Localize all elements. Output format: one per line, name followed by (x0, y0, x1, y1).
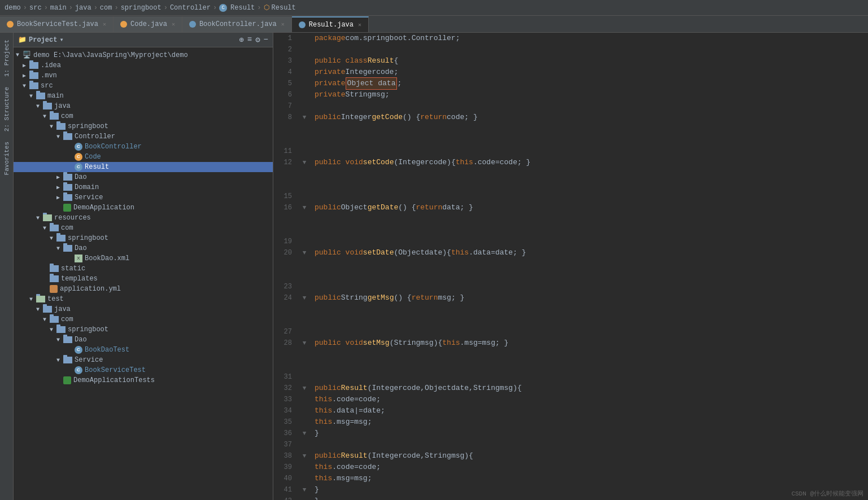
editor: 1234567811121516192023242728313233343536… (273, 33, 868, 500)
tree-test-com[interactable]: ▼ com (14, 314, 273, 324)
watermark: CSDN @什么时候能变强网 (791, 489, 863, 498)
project-title: 📁 Project ▾ (18, 36, 64, 44)
tree-static[interactable]: static (14, 264, 273, 274)
code-area[interactable]: 1234567811121516192023242728313233343536… (273, 33, 868, 500)
code-line-6: private String msg; (315, 89, 868, 100)
folder-icon-resources (43, 214, 52, 221)
locate-icon[interactable]: ⊕ (239, 35, 243, 45)
tree-idea[interactable]: ▶ .idea (14, 60, 273, 71)
tree-bookdaotest[interactable]: C BookDaoTest (14, 345, 273, 355)
tree-resources[interactable]: ▼ resources (14, 213, 273, 223)
tree-controller[interactable]: ▼ Controller (14, 131, 273, 142)
minimize-icon[interactable]: − (264, 35, 268, 45)
code-line-38: public Result(Integer code, String msg) … (315, 450, 868, 462)
tree-main[interactable]: ▼ main (14, 91, 273, 101)
code-line-20: public void setDate(Object date) { this.… (315, 247, 868, 258)
code-line-33: this.code = code; (315, 394, 868, 405)
folder-icon-test-com (50, 316, 59, 323)
yaml-icon (50, 285, 58, 293)
code-line-1: package com.springboot.Controller; (315, 33, 868, 44)
folder-icon-src (29, 82, 38, 89)
code-line-21 (315, 258, 868, 270)
code-line-25 (315, 304, 868, 315)
folder-icon-domain (63, 184, 72, 191)
java-icon-bookdaotest: C (75, 346, 82, 354)
tree-domain[interactable]: ▶ Domain (14, 182, 273, 192)
side-tabs: 1: Project 2: Structure Favorites (0, 33, 14, 500)
tree-dao[interactable]: ▶ Dao (14, 172, 273, 182)
tree-result[interactable]: C Result (14, 162, 273, 172)
tab-result[interactable]: Result.java ✕ (292, 16, 369, 32)
settings-icon[interactable]: ⚙ (255, 35, 260, 45)
tree-test-java[interactable]: ▼ java (14, 304, 273, 314)
code-line-22 (315, 270, 868, 281)
code-line-7 (315, 100, 868, 112)
tree-bookservicetest[interactable]: C BookServiceTest (14, 365, 273, 375)
folder-icon-java (43, 103, 52, 109)
tree-demoapplication[interactable]: DemoApplication (14, 203, 273, 213)
tree-resources-dao[interactable]: ▼ Dao (14, 243, 273, 253)
code-line-5: private Object data; (315, 78, 868, 89)
tree-code[interactable]: C Code (14, 152, 273, 162)
tab-code[interactable]: Code.java ✕ (114, 16, 182, 32)
folder-icon-resources-dao (63, 245, 72, 252)
code-line-16: public Object getDate() { return data; } (315, 202, 868, 213)
tree-service[interactable]: ▶ Service (14, 192, 273, 203)
tree-src[interactable]: ▼ src (14, 81, 273, 91)
code-line-36: } (315, 428, 868, 439)
collapse-icon[interactable]: ≡ (247, 35, 252, 45)
code-line-26 (315, 315, 868, 326)
tree-resources-springboot[interactable]: ▼ springboot (14, 233, 273, 243)
tab-bookservicetest[interactable]: BookServiceTest.java ✕ (0, 16, 114, 32)
tree-resources-com[interactable]: ▼ com (14, 223, 273, 233)
code-line-4: private Integer code; (315, 67, 868, 78)
side-tab-1-project[interactable]: 1: Project (1, 35, 12, 81)
tree-test-springboot[interactable]: ▼ springboot (14, 324, 273, 335)
tree-application-yml[interactable]: application.yml (14, 284, 273, 294)
folder-icon-test-service (63, 357, 72, 363)
code-line-31 (315, 371, 868, 383)
tree-bookcontroller[interactable]: C BookController (14, 142, 273, 152)
project-panel: 📁 Project ▾ ⊕ ≡ ⚙ − ▼ 🖥️ demo E:\Java\Ja… (14, 33, 273, 500)
folder-icon-test (36, 296, 45, 302)
tab-close-code[interactable]: ✕ (172, 21, 175, 28)
code-line-2 (315, 44, 868, 55)
tab-close-bookservicetest[interactable]: ✕ (103, 21, 106, 28)
tree-com[interactable]: ▼ com (14, 111, 273, 121)
code-line-27 (315, 326, 868, 337)
code-content[interactable]: package com.springboot.Controller;public… (310, 33, 868, 500)
tree-test[interactable]: ▼ test (14, 294, 273, 304)
tree-root[interactable]: ▼ 🖥️ demo E:\Java\JavaSpring\Myproject\d… (14, 50, 273, 60)
tab-close-bookcontroller[interactable]: ✕ (281, 21, 285, 28)
code-line-19 (315, 236, 868, 247)
tree-springboot[interactable]: ▼ springboot (14, 121, 273, 131)
tree-mvn[interactable]: ▶ .mvn (14, 71, 273, 81)
tree-test-dao[interactable]: ▼ Dao (14, 335, 273, 345)
side-tab-2-structure[interactable]: 2: Structure (1, 82, 12, 136)
tab-bookcontroller[interactable]: BookController.java ✕ (182, 16, 292, 32)
file-tree: ▼ 🖥️ demo E:\Java\JavaSpring\Myproject\d… (14, 47, 273, 500)
code-line-10 (315, 134, 868, 146)
java-icon-code: C (75, 153, 82, 161)
tab-close-result[interactable]: ✕ (358, 21, 361, 28)
tree-bookdao-xml[interactable]: X BookDao.xml (14, 253, 273, 264)
folder-icon-service (63, 194, 72, 201)
folder-icon-test-springboot (56, 326, 66, 333)
tree-demoapplicationtests[interactable]: DemoApplicationTests (14, 375, 273, 385)
code-line-11 (315, 146, 868, 157)
fold-gutter: ▼▼▼▼▼▼▼▼▼▼ (299, 33, 310, 500)
side-tab-favorites[interactable]: Favorites (1, 137, 12, 179)
tree-java[interactable]: ▼ java (14, 101, 273, 111)
code-line-32: public Result(Integer code, Object date,… (315, 383, 868, 394)
project-header: 📁 Project ▾ ⊕ ≡ ⚙ − (14, 33, 273, 47)
java-icon-result: C (75, 163, 82, 171)
line-numbers: 1234567811121516192023242728313233343536… (273, 33, 299, 500)
code-line-9 (315, 123, 868, 134)
tree-templates[interactable]: templates (14, 274, 273, 284)
tab-icon-bookservicetest (7, 21, 14, 28)
code-line-28: public void setMsg(String msg) { this.ms… (315, 337, 868, 349)
code-line-24: public String getMsg() { return msg; } (315, 292, 868, 304)
folder-icon-idea (29, 62, 38, 69)
tree-test-service[interactable]: ▼ Service (14, 355, 273, 365)
leaf-icon-demoapplication (63, 204, 71, 212)
